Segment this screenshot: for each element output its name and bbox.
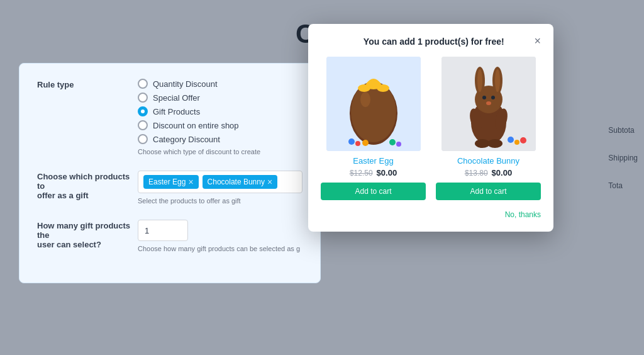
original-price-easter-egg: $12.50 (350, 169, 373, 178)
quantity-content: Choose how many gift products can be sel… (138, 220, 303, 252)
svg-point-25 (487, 139, 502, 148)
radio-group: Quantity Discount Special Offer Gift Pro… (138, 79, 303, 144)
svg-point-21 (486, 101, 491, 105)
modal-title: You can add 1 product(s) for free! (321, 37, 534, 47)
products-row: Choose which products to offer as a gift… (37, 171, 303, 205)
radio-entire[interactable]: Discount on entire shop (138, 120, 303, 130)
radio-label-gift: Gift Products (153, 107, 200, 116)
product-pricing-easter-egg: $12.50 $0.00 (350, 168, 397, 178)
products-hint: Select the products to offer as gift (138, 197, 303, 205)
radio-gift[interactable]: Gift Products (138, 106, 303, 116)
svg-point-17 (477, 69, 482, 92)
rule-type-label: Rule type (37, 79, 138, 89)
modal-header: You can add 1 product(s) for free! × (321, 37, 541, 47)
chocolate-bunny-image (441, 57, 536, 151)
add-to-cart-easter-egg[interactable]: Add to cart (321, 183, 426, 200)
quantity-row: How many gift products the user can sele… (37, 220, 303, 252)
svg-point-20 (491, 96, 495, 99)
products-grid: Easter Egg $12.50 $0.00 Add to cart (321, 57, 541, 200)
svg-point-5 (358, 84, 370, 92)
no-thanks-link[interactable]: No, thanks (321, 210, 541, 219)
new-price-chocolate-bunny: $0.00 (492, 168, 513, 178)
original-price-chocolate-bunny: $13.80 (465, 169, 488, 178)
product-card-chocolate-bunny: Chocolate Bunny $13.80 $0.00 Add to cart (436, 57, 541, 200)
tag-close-chocolate-bunny[interactable]: × (267, 178, 272, 186)
tag-chocolate-bunny[interactable]: Chocolate Bunny × (203, 175, 278, 189)
radio-category[interactable]: Category Discount (138, 134, 303, 144)
quantity-label: How many gift products the user can sele… (37, 220, 138, 249)
quantity-input[interactable] (138, 220, 188, 241)
radio-circle-quantity (138, 79, 148, 89)
product-name-chocolate-bunny: Chocolate Bunny (457, 156, 519, 166)
radio-label-quantity: Quantity Discount (153, 79, 218, 89)
quantity-hint: Choose how many gift products can be sel… (138, 245, 303, 252)
svg-point-18 (495, 69, 500, 92)
subtotal-label: Subtota (608, 126, 638, 135)
svg-point-7 (348, 138, 355, 145)
tag-close-easter-egg[interactable]: × (188, 178, 193, 186)
modal-close-button[interactable]: × (534, 35, 541, 47)
radio-circle-gift (138, 106, 148, 116)
svg-point-9 (362, 140, 369, 146)
radio-label-category: Category Discount (153, 135, 220, 144)
svg-point-3 (360, 92, 370, 107)
shipping-label: Shipping (608, 154, 638, 162)
radio-circle-special (138, 93, 148, 103)
rule-type-options: Quantity Discount Special Offer Gift Pro… (138, 79, 303, 155)
svg-point-10 (389, 139, 396, 145)
radio-circle-category (138, 134, 148, 144)
product-card-easter-egg: Easter Egg $12.50 $0.00 Add to cart (321, 57, 426, 200)
product-pricing-chocolate-bunny: $13.80 $0.00 (465, 168, 512, 178)
svg-point-8 (355, 141, 360, 146)
svg-point-19 (482, 96, 486, 99)
rule-type-form: Rule type Quantity Discount Special Offe… (19, 63, 321, 283)
products-content: Easter Egg × Chocolate Bunny × Select th… (138, 171, 303, 205)
radio-quantity[interactable]: Quantity Discount (138, 79, 303, 89)
tags-input[interactable]: Easter Egg × Chocolate Bunny × (138, 171, 303, 193)
svg-point-28 (520, 137, 526, 144)
new-price-easter-egg: $0.00 (377, 168, 397, 178)
svg-point-27 (514, 140, 519, 145)
tag-easter-egg[interactable]: Easter Egg × (143, 175, 199, 189)
rule-type-row: Rule type Quantity Discount Special Offe… (37, 79, 303, 155)
radio-circle-entire (138, 120, 148, 130)
radio-label-special: Special Offer (153, 93, 200, 103)
gift-products-modal: You can add 1 product(s) for free! × (308, 24, 553, 232)
product-name-easter-egg: Easter Egg (353, 156, 393, 166)
svg-point-6 (377, 84, 389, 92)
tag-label-chocolate-bunny: Chocolate Bunny (208, 178, 265, 186)
radio-special[interactable]: Special Offer (138, 93, 303, 103)
tag-label-easter-egg: Easter Egg (148, 178, 186, 186)
svg-point-2 (351, 82, 396, 142)
svg-point-11 (396, 142, 401, 147)
discount-hint: Choose which type of discount to create (138, 148, 303, 155)
easter-egg-image (326, 57, 421, 151)
products-label: Choose which products to offer as a gift (37, 171, 138, 200)
svg-point-26 (508, 137, 514, 143)
add-to-cart-chocolate-bunny[interactable]: Add to cart (436, 183, 541, 200)
total-label: Tota (608, 181, 638, 190)
radio-label-entire: Discount on entire shop (153, 121, 239, 130)
